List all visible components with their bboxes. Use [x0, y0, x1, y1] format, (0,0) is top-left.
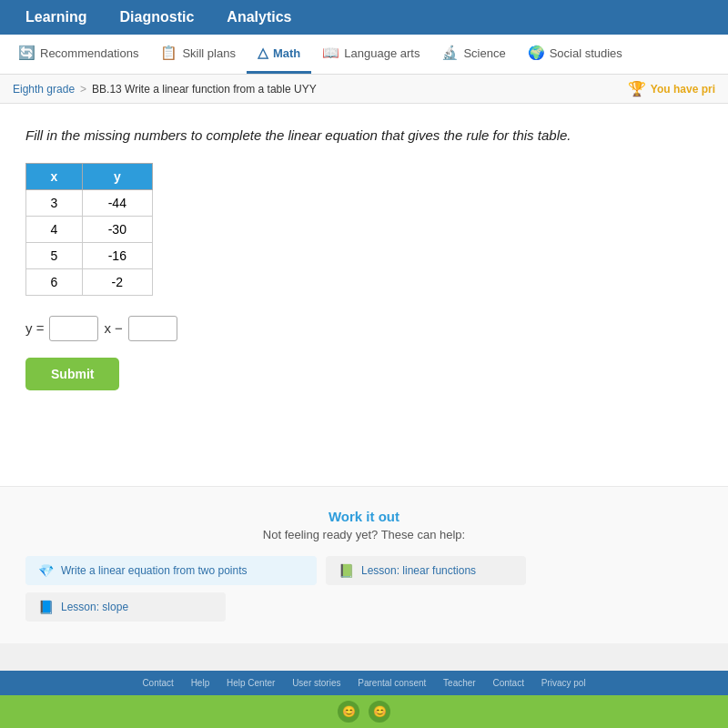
tab-science[interactable]: 🔬 Science: [430, 35, 516, 74]
tab-language-arts-label: Language arts: [344, 46, 420, 60]
footer-link-help[interactable]: Help: [191, 678, 210, 688]
bottom-icon-2[interactable]: 😊: [369, 701, 390, 723]
question-text: Fill in the missing numbers to complete …: [25, 126, 703, 147]
footer-link-help-center[interactable]: Help Center: [227, 678, 275, 688]
footer-link-parental[interactable]: Parental consent: [358, 678, 426, 688]
tab-social-studies-label: Social studies: [550, 46, 622, 60]
equation-row: y = x −: [25, 316, 703, 341]
help-link-linear-equation[interactable]: 💎 Write a linear equation from two point…: [25, 556, 317, 585]
work-it-out-subtitle: Not feeling ready yet? These can help:: [25, 528, 703, 541]
tab-math-label: Math: [273, 46, 300, 60]
tab-math[interactable]: △ Math: [247, 35, 311, 74]
breadcrumb-lesson: BB.13 Write a linear function from a tab…: [92, 83, 317, 96]
bottom-icon-1[interactable]: 😊: [338, 701, 359, 723]
top-navigation: Learning Diagnostic Analytics: [0, 0, 728, 35]
work-it-out-section: Work it out Not feeling ready yet? These…: [0, 486, 728, 643]
trophy-text: You have pri: [651, 83, 715, 96]
nav-learning[interactable]: Learning: [9, 0, 104, 35]
social-studies-icon: 🌍: [528, 45, 545, 61]
tab-science-label: Science: [463, 46, 505, 60]
cell-y-0: -44: [82, 189, 152, 216]
help-link-row-2: 📘 Lesson: slope: [25, 592, 703, 622]
nav-analytics[interactable]: Analytics: [210, 0, 308, 35]
col-header-x: x: [26, 163, 83, 189]
table-row: 6-2: [26, 268, 153, 295]
equation-prefix: y =: [25, 320, 44, 336]
skill-plans-icon: 📋: [160, 45, 177, 61]
footer-link-user-stories[interactable]: User stories: [292, 678, 340, 688]
breadcrumb-grade[interactable]: Eighth grade: [13, 83, 75, 96]
footer-link-contact[interactable]: Contact: [142, 678, 173, 688]
tab-recommendations-label: Recommendations: [40, 46, 138, 60]
lesson-label: Lesson: linear functions: [361, 564, 476, 577]
tab-language-arts[interactable]: 📖 Language arts: [311, 35, 430, 74]
slope-label: Lesson: slope: [61, 601, 128, 613]
cell-x-2: 5: [26, 242, 83, 268]
equation-input-slope[interactable]: [49, 316, 98, 341]
trophy-icon: 🏆: [628, 80, 646, 97]
table-row: 5-16: [26, 242, 153, 268]
help-link-secondary[interactable]: 📗 Lesson: linear functions: [326, 556, 526, 585]
lesson-icon: 📗: [339, 563, 354, 578]
tab-recommendations[interactable]: 🔄 Recommendations: [7, 35, 149, 74]
submit-button[interactable]: Submit: [25, 358, 119, 390]
footer: Contact Help Help Center User stories Pa…: [0, 671, 728, 695]
breadcrumb: Eighth grade > BB.13 Write a linear func…: [0, 75, 728, 104]
help-link-row-1: 💎 Write a linear equation from two point…: [25, 556, 703, 585]
bottom-icons-bar: 😊 😊: [0, 695, 728, 728]
footer-link-teacher[interactable]: Teacher: [443, 678, 476, 688]
equation-middle: x −: [104, 320, 122, 336]
subject-tabs-bar: 🔄 Recommendations 📋 Skill plans △ Math 📖…: [0, 35, 728, 75]
equation-input-intercept[interactable]: [128, 316, 177, 341]
trophy-area: 🏆 You have pri: [628, 80, 715, 97]
cell-y-3: -2: [82, 268, 152, 295]
help-link-slope[interactable]: 📘 Lesson: slope: [25, 592, 226, 622]
help-links: 💎 Write a linear equation from two point…: [25, 556, 703, 622]
cell-y-1: -30: [82, 216, 152, 242]
cell-y-2: -16: [82, 242, 152, 268]
footer-link-privacy[interactable]: Privacy pol: [541, 678, 586, 688]
work-it-out-title: Work it out: [25, 509, 703, 524]
nav-diagnostic[interactable]: Diagnostic: [104, 0, 211, 35]
breadcrumb-separator: >: [80, 83, 86, 96]
footer-link-contact2[interactable]: Contact: [492, 678, 523, 688]
tab-skill-plans-label: Skill plans: [182, 46, 236, 60]
cell-x-0: 3: [26, 189, 83, 216]
main-content: Fill in the missing numbers to complete …: [0, 104, 728, 486]
linear-equation-label: Write a linear equation from two points: [61, 564, 248, 577]
table-row: 3-44: [26, 189, 153, 216]
cell-x-3: 6: [26, 268, 83, 295]
cell-x-1: 4: [26, 216, 83, 242]
data-table: x y 3-444-305-166-2: [25, 163, 153, 296]
tab-skill-plans[interactable]: 📋 Skill plans: [149, 35, 247, 74]
footer-links: Contact Help Help Center User stories Pa…: [18, 678, 710, 688]
science-icon: 🔬: [441, 45, 459, 61]
tab-social-studies[interactable]: 🌍 Social studies: [517, 35, 633, 74]
math-icon: △: [258, 45, 268, 61]
linear-equation-icon: 💎: [38, 563, 54, 578]
recommendations-icon: 🔄: [18, 45, 35, 61]
table-row: 4-30: [26, 216, 153, 242]
col-header-y: y: [82, 163, 152, 189]
slope-icon: 📘: [38, 600, 54, 614]
language-arts-icon: 📖: [322, 45, 339, 61]
